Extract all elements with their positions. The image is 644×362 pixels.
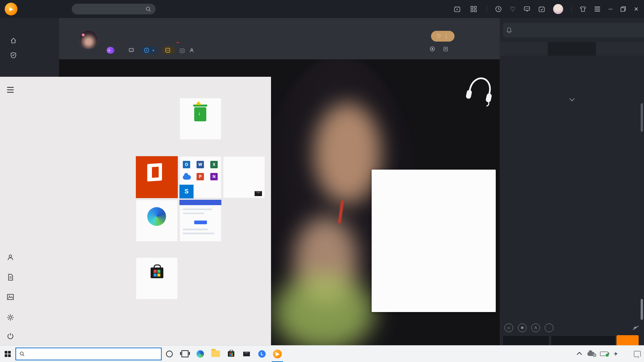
room-id: ID	[180, 48, 184, 53]
pictures-icon[interactable]	[7, 293, 14, 301]
subscribe-heart-icon: ♡	[436, 33, 441, 39]
menu-icon[interactable]	[594, 6, 600, 12]
category-play-icon	[144, 48, 149, 53]
direct-message-button[interactable]	[128, 48, 136, 53]
tile-uninstall[interactable]	[179, 98, 221, 140]
apps-grid-icon	[471, 6, 477, 12]
translate-button[interactable]: A	[531, 323, 540, 332]
chevron-down-icon: ▾	[152, 49, 154, 52]
meme-button[interactable]	[545, 323, 553, 332]
start-menu-app-list	[21, 84, 128, 96]
start-menu-icon[interactable]	[7, 86, 14, 94]
scrollbar-thumb[interactable]	[641, 299, 643, 320]
skype-icon[interactable]: S	[179, 185, 194, 198]
airplane-mode-icon[interactable]: ✈	[613, 351, 618, 357]
tile-website-preview[interactable]	[179, 200, 221, 242]
esports-shield-icon	[10, 52, 17, 59]
huya-logo[interactable]	[5, 3, 20, 15]
windows-start-menu: O W X P N S	[0, 77, 271, 345]
streamer-avatar[interactable]	[79, 30, 98, 49]
edge-logo	[147, 207, 166, 226]
dm-bubble-icon	[128, 48, 134, 53]
store-icon[interactable]	[223, 346, 239, 362]
divider	[571, 6, 572, 12]
search-input[interactable]	[72, 4, 156, 14]
tile-office-suite[interactable]: O W X P N S	[179, 156, 221, 198]
mail-envelope-icon	[255, 191, 262, 196]
tile-edge[interactable]	[136, 200, 178, 242]
tab-super-fans[interactable]	[548, 42, 596, 56]
streamer-replay-button[interactable]	[454, 6, 463, 12]
announcement-bar[interactable]	[503, 23, 644, 38]
uninstall-bin-icon	[194, 107, 206, 121]
chat-toolbar: ☺ ✱ A ✦	[500, 321, 644, 335]
user-avatar[interactable]	[553, 4, 563, 14]
emoji-button[interactable]: ☺	[504, 323, 513, 332]
excel-icon: X	[210, 161, 218, 168]
onenote-icon: N	[210, 173, 218, 180]
favorites-heart-icon[interactable]: ♡	[510, 5, 516, 13]
sidebar-item-esports[interactable]	[0, 48, 59, 63]
tile-office[interactable]	[136, 156, 178, 198]
file-explorer-icon[interactable]	[208, 346, 223, 362]
rank-board-link[interactable]	[443, 47, 450, 52]
subscription-calendar-icon[interactable]	[538, 6, 545, 12]
start-menu-rail	[0, 77, 21, 345]
sticker-palette-button[interactable]: ✱	[518, 323, 527, 332]
settings-gear-icon[interactable]	[7, 314, 14, 321]
tab-vip[interactable]	[596, 42, 644, 56]
restore-button[interactable]	[621, 6, 626, 12]
home-icon	[10, 37, 17, 44]
tray-expand-icon[interactable]	[577, 352, 582, 357]
subscribed-button[interactable]: ♡	[431, 31, 454, 42]
task-view-button[interactable]	[177, 346, 193, 362]
cortana-button[interactable]	[162, 346, 177, 362]
minimize-button[interactable]: ─	[608, 6, 612, 12]
messages-icon[interactable]	[524, 6, 530, 12]
onedrive-icon	[183, 175, 191, 180]
tile-mail[interactable]	[223, 156, 265, 198]
onedrive-tray-icon[interactable]	[587, 352, 595, 356]
user-account-icon[interactable]	[7, 254, 14, 261]
start-button[interactable]	[0, 351, 15, 357]
theme-skin-icon[interactable]	[580, 6, 586, 12]
tab-weekly-rank[interactable]	[500, 42, 548, 56]
history-icon[interactable]	[495, 6, 502, 12]
bell-icon	[506, 27, 512, 33]
green-top	[274, 274, 374, 345]
huya-taskbar-icon[interactable]	[270, 346, 285, 362]
category-pill[interactable]: ▾	[141, 46, 157, 54]
search-icon[interactable]	[146, 6, 151, 12]
l-app-icon[interactable]: L	[254, 346, 270, 362]
ranking-expand-button[interactable]	[500, 96, 644, 102]
streamer-face	[314, 103, 381, 203]
viewer-count	[189, 48, 196, 53]
documents-icon[interactable]	[7, 274, 14, 281]
divider	[487, 6, 487, 12]
huya-client-window: ♡ ─ ✕	[0, 0, 644, 362]
mail-icon[interactable]	[239, 346, 254, 362]
close-button[interactable]: ✕	[634, 6, 639, 13]
huya-logo-icon	[5, 3, 17, 15]
replay-icon	[454, 6, 461, 12]
action-center-icon[interactable]	[634, 351, 641, 357]
power-icon[interactable]	[7, 333, 14, 340]
office-logo	[147, 163, 162, 181]
taskbar-search-input[interactable]	[15, 348, 162, 360]
taskbar-edge-icon[interactable]	[193, 346, 208, 362]
recent-header	[21, 84, 128, 96]
sidebar-item-home[interactable]	[0, 33, 59, 48]
aipai-recruit-link[interactable]	[430, 46, 437, 52]
search-icon	[19, 351, 24, 356]
windows-taskbar: L ✈	[0, 345, 644, 362]
block-effects-toggle[interactable]: ✦	[633, 325, 639, 331]
tile-store[interactable]	[136, 257, 178, 299]
replay-tv-icon	[165, 48, 170, 53]
math-puzzle-card	[372, 170, 496, 312]
battery-icon[interactable]	[600, 352, 608, 356]
replay-pill[interactable]	[162, 46, 175, 54]
apps-button[interactable]	[471, 6, 479, 12]
viewers-icon	[189, 48, 194, 53]
streamer-level-badge	[107, 47, 114, 54]
scrollbar-thumb[interactable]	[641, 103, 643, 132]
